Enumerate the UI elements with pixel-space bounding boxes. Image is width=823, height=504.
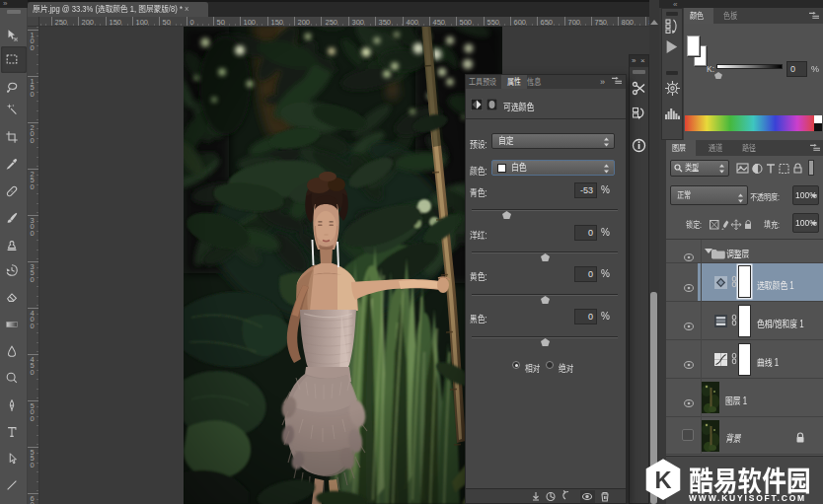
svg-text:K: K: [654, 468, 671, 493]
